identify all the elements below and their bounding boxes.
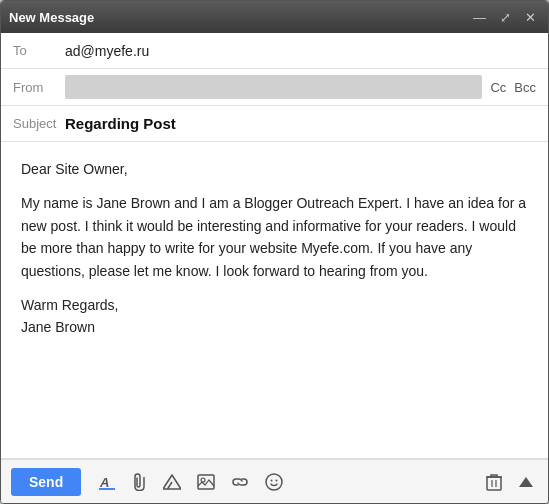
from-label: From bbox=[13, 80, 65, 95]
svg-rect-4 bbox=[198, 475, 214, 489]
email-body[interactable]: Dear Site Owner, My name is Jane Brown a… bbox=[1, 142, 548, 459]
more-options-icon[interactable] bbox=[514, 470, 538, 494]
toolbar-right bbox=[482, 469, 538, 495]
salutation: Dear Site Owner, bbox=[21, 158, 528, 180]
photo-icon[interactable] bbox=[193, 470, 219, 494]
signature: Jane Brown bbox=[21, 319, 95, 335]
cc-link[interactable]: Cc bbox=[490, 80, 506, 95]
compose-toolbar: Send A bbox=[1, 459, 548, 503]
minimize-button[interactable]: — bbox=[469, 9, 490, 26]
closing: Warm Regards, Jane Brown bbox=[21, 294, 528, 339]
cc-bcc-area: Cc Bcc bbox=[490, 80, 536, 95]
compose-window: New Message — ⤢ ✕ To ad@myefe.ru From Cc… bbox=[0, 0, 549, 504]
body-text: Dear Site Owner, My name is Jane Brown a… bbox=[21, 158, 528, 339]
maximize-button[interactable]: ⤢ bbox=[496, 9, 515, 26]
subject-label: Subject bbox=[13, 116, 65, 131]
send-button[interactable]: Send bbox=[11, 468, 81, 496]
window-title: New Message bbox=[9, 10, 94, 25]
close-button[interactable]: ✕ bbox=[521, 9, 540, 26]
svg-line-3 bbox=[168, 482, 173, 489]
window-controls: — ⤢ ✕ bbox=[469, 9, 540, 26]
svg-marker-13 bbox=[519, 477, 533, 487]
to-label: To bbox=[13, 43, 65, 58]
svg-point-8 bbox=[276, 479, 278, 481]
subject-field[interactable]: Regarding Post bbox=[65, 115, 176, 132]
bcc-link[interactable]: Bcc bbox=[514, 80, 536, 95]
drive-icon[interactable] bbox=[159, 470, 185, 494]
svg-point-5 bbox=[201, 478, 205, 482]
svg-point-7 bbox=[271, 479, 273, 481]
to-field[interactable]: ad@myefe.ru bbox=[65, 43, 536, 59]
delete-icon[interactable] bbox=[482, 469, 506, 495]
svg-text:A: A bbox=[99, 475, 109, 490]
subject-row: Subject Regarding Post bbox=[1, 106, 548, 142]
attach-icon[interactable] bbox=[127, 469, 151, 495]
emoji-icon[interactable] bbox=[261, 469, 287, 495]
from-input[interactable] bbox=[65, 75, 482, 99]
body-paragraph: My name is Jane Brown and I am a Blogger… bbox=[21, 192, 528, 282]
link-icon[interactable] bbox=[227, 470, 253, 494]
closing-line: Warm Regards, bbox=[21, 297, 119, 313]
svg-point-6 bbox=[266, 474, 282, 490]
format-text-icon[interactable]: A bbox=[95, 470, 119, 494]
titlebar: New Message — ⤢ ✕ bbox=[1, 1, 548, 33]
from-row: From Cc Bcc bbox=[1, 69, 548, 106]
svg-rect-9 bbox=[487, 477, 501, 490]
to-row: To ad@myefe.ru bbox=[1, 33, 548, 69]
